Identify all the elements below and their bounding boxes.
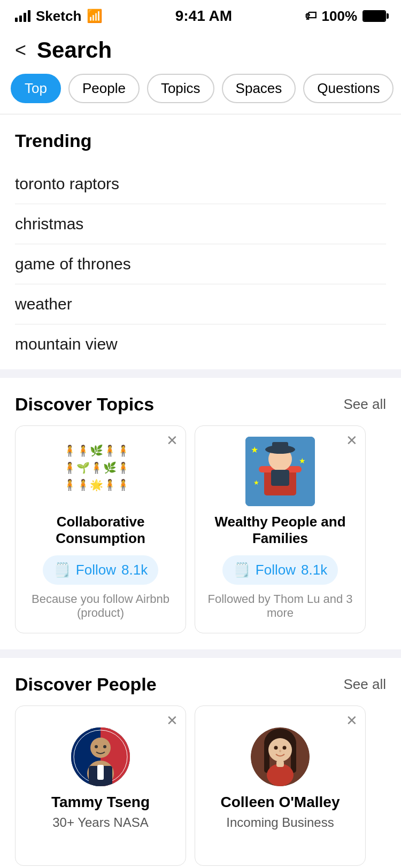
battery-percent: 100% <box>322 8 358 25</box>
topic-card-collaborative: ✕ 🧍 🧍 🌿 🧍 🧍 🧍 🌱 🧍 🌿 🧍 🧍 🧍 🌟 🧍 <box>15 425 186 633</box>
svg-text:🌿: 🌿 <box>90 444 103 457</box>
back-button[interactable]: < <box>15 41 26 60</box>
time-display: 9:41 AM <box>175 7 232 25</box>
tab-top[interactable]: Top <box>11 74 61 103</box>
svg-rect-48 <box>267 764 294 786</box>
close-card-colleen[interactable]: ✕ <box>346 714 358 727</box>
svg-text:🧍: 🧍 <box>63 444 76 457</box>
svg-rect-49 <box>276 761 284 767</box>
discover-topics-cards: ✕ 🧍 🧍 🌿 🧍 🧍 🧍 🌱 🧍 🌿 🧍 🧍 🧍 🌟 🧍 <box>0 425 401 649</box>
svg-point-46 <box>283 746 287 750</box>
avatar-colleen <box>251 727 310 786</box>
avatar-tammy <box>71 727 130 786</box>
tab-questions[interactable]: Questions <box>303 74 394 103</box>
svg-text:🌿: 🌿 <box>103 461 117 474</box>
svg-point-45 <box>274 746 278 750</box>
carrier-label: Sketch <box>36 8 81 25</box>
collaborative-illustration: 🧍 🧍 🌿 🧍 🧍 🧍 🌱 🧍 🌿 🧍 🧍 🧍 🌟 🧍 🧍 <box>58 439 143 503</box>
signal-icon <box>15 10 30 22</box>
trending-section: Trending toronto raptors christmas game … <box>0 114 401 369</box>
person-desc-colleen: Incoming Business <box>206 815 354 830</box>
battery-icon <box>363 10 386 22</box>
discover-people-header: Discover People See all <box>0 658 401 706</box>
section-gap <box>0 369 401 378</box>
svg-rect-20 <box>272 442 288 452</box>
svg-text:★: ★ <box>253 479 259 486</box>
trending-item[interactable]: mountain view <box>15 324 386 364</box>
page-title: Search <box>37 37 112 63</box>
person-name-colleen: Colleen O'Malley <box>206 794 354 811</box>
follow-button-wealthy[interactable]: 🗒️ Follow 8.1k <box>222 555 338 585</box>
trending-item[interactable]: game of thrones <box>15 244 386 284</box>
person-name-tammy: Tammy Tseng <box>26 794 175 811</box>
follow-label: Follow <box>256 562 296 578</box>
trending-item[interactable]: christmas <box>15 204 386 244</box>
tab-people[interactable]: People <box>68 74 140 103</box>
svg-text:🌟: 🌟 <box>90 478 103 491</box>
person-card-tammy: ✕ <box>15 706 186 866</box>
trending-item[interactable]: toronto raptors <box>15 164 386 204</box>
svg-text:🧍: 🧍 <box>103 444 117 457</box>
follow-label: Follow <box>76 562 116 578</box>
svg-point-38 <box>95 745 98 748</box>
filter-tabs: Top People Topics Spaces Questions <box>0 74 401 114</box>
see-all-people-button[interactable]: See all <box>344 676 387 693</box>
svg-rect-21 <box>271 470 289 486</box>
svg-point-34 <box>90 738 111 758</box>
trending-item[interactable]: weather <box>15 284 386 324</box>
follow-icon: 🗒️ <box>233 562 250 578</box>
status-bar: Sketch 📶 9:41 AM 🏷 100% <box>0 0 401 29</box>
svg-text:🧍: 🧍 <box>63 461 76 474</box>
see-all-topics-button[interactable]: See all <box>344 396 387 413</box>
topic-card-wealthy: ✕ ★ ★ <box>195 425 366 633</box>
close-card-collaborative[interactable]: ✕ <box>166 433 178 447</box>
svg-text:🧍: 🧍 <box>103 478 117 491</box>
tab-topics[interactable]: Topics <box>147 74 214 103</box>
topic-name-wealthy: Wealthy People and Families <box>206 514 354 547</box>
svg-point-47 <box>279 750 281 753</box>
person-desc-tammy: 30+ Years NASA <box>26 815 175 830</box>
svg-text:★: ★ <box>299 456 306 465</box>
svg-text:🧍: 🧍 <box>90 461 103 474</box>
discover-people-title: Discover People <box>15 674 157 695</box>
svg-point-39 <box>103 745 106 748</box>
discover-people-cards: ✕ <box>0 706 401 868</box>
card-reason-wealthy: Followed by Thom Lu and 3 more <box>206 592 354 622</box>
follow-count: 8.1k <box>301 562 327 578</box>
status-right: 🏷 100% <box>305 8 387 25</box>
person-card-colleen: ✕ <box>195 706 366 866</box>
svg-text:🧍: 🧍 <box>76 478 90 491</box>
tab-spaces[interactable]: Spaces <box>222 74 296 103</box>
svg-text:🧍: 🧍 <box>63 478 76 491</box>
status-left: Sketch 📶 <box>15 8 103 25</box>
wifi-icon: 📶 <box>87 9 103 24</box>
card-reason-collaborative: Because you follow Airbnb (product) <box>26 592 175 622</box>
follow-button-collaborative[interactable]: 🗒️ Follow 8.1k <box>43 555 158 585</box>
close-card-wealthy[interactable]: ✕ <box>346 433 358 447</box>
svg-rect-37 <box>97 765 104 780</box>
section-gap-2 <box>0 649 401 658</box>
wealthy-illustration: ★ ★ ★ <box>245 437 315 506</box>
svg-text:★: ★ <box>251 445 258 454</box>
topic-name-collaborative: Collaborative Consumption <box>26 514 175 547</box>
trending-title: Trending <box>15 130 386 151</box>
discover-topics-title: Discover Topics <box>15 394 154 415</box>
svg-text:🧍: 🧍 <box>117 478 130 491</box>
svg-text:🌱: 🌱 <box>76 461 90 474</box>
follow-icon: 🗒️ <box>53 562 71 578</box>
bluetooth-icon: 🏷 <box>305 9 317 23</box>
svg-text:🧍: 🧍 <box>117 461 130 474</box>
card-image-wealthy: ★ ★ ★ <box>206 437 354 506</box>
discover-topics-header: Discover Topics See all <box>0 378 401 425</box>
header: < Search <box>0 29 401 74</box>
svg-text:🧍: 🧍 <box>76 444 90 457</box>
follow-count: 8.1k <box>121 562 148 578</box>
card-image-collaborative: 🧍 🧍 🌿 🧍 🧍 🧍 🌱 🧍 🌿 🧍 🧍 🧍 🌟 🧍 🧍 <box>26 437 175 506</box>
svg-text:🧍: 🧍 <box>117 444 130 457</box>
close-card-tammy[interactable]: ✕ <box>166 714 178 727</box>
